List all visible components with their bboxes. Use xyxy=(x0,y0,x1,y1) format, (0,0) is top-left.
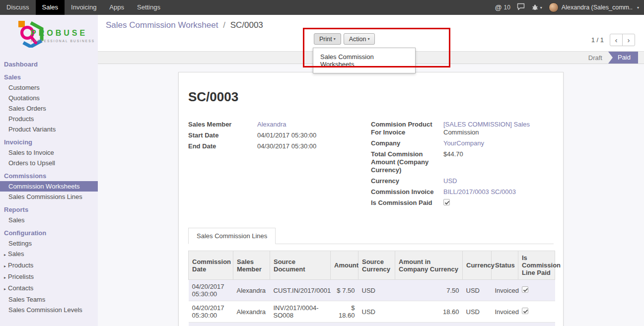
topnav-invoicing[interactable]: Invoicing xyxy=(65,0,103,15)
line-paid-checkbox[interactable] xyxy=(522,308,528,314)
sidebar-item-sales-orders[interactable]: Sales Orders xyxy=(0,103,98,114)
top-navbar: Discuss Sales Invoicing Apps Settings @ … xyxy=(0,0,644,15)
sidebar-item-customers[interactable]: Customers xyxy=(0,82,98,93)
sidebar-item-reports-sales[interactable]: Sales xyxy=(0,215,98,225)
logo-title: PROBUSE xyxy=(31,29,95,38)
pager-next-button[interactable]: › xyxy=(622,34,635,46)
col-header-amount[interactable]: Amount xyxy=(331,251,358,280)
pager-counter: 1 / 1 xyxy=(591,36,604,44)
commission-invoice-link[interactable]: BILL/2017/0003 SC/0003 xyxy=(443,188,516,196)
user-name-label: Alexandra (Sales_comm.. xyxy=(562,4,633,11)
chevron-down-icon: ▾ xyxy=(637,5,639,10)
col-header-sales-member[interactable]: Sales Member xyxy=(233,251,270,280)
sidebar-item-products[interactable]: Products xyxy=(0,114,98,124)
breadcrumb-parent-link[interactable]: Sales Commission Worksheet xyxy=(106,20,218,30)
logo-subtitle: PROFESSIONAL BUSINESS xyxy=(31,39,95,43)
chevron-down-icon: ▾ xyxy=(334,37,336,41)
sidebar-heading-commissions[interactable]: Commissions xyxy=(0,171,98,181)
status-draft[interactable]: Draft xyxy=(582,54,608,62)
sidebar-item-commission-worksheets[interactable]: Commission Worksheets xyxy=(0,181,98,192)
sidebar-item-sales-commission-levels[interactable]: Sales Commission Levels xyxy=(0,305,98,315)
app-logo: PROBUSE PROFESSIONAL BUSINESS xyxy=(0,15,98,57)
control-panel: Sales Commission Worksheet / SC/0003 Pri… xyxy=(98,15,644,51)
chevron-down-icon: ▾ xyxy=(540,5,542,10)
field-end-date: End Date 04/30/2017 05:30:00 xyxy=(188,142,371,150)
expand-arrow-icon: ▸ xyxy=(4,275,6,280)
company-link[interactable]: YourCompany xyxy=(443,139,484,147)
action-button[interactable]: Action ▾ xyxy=(344,33,375,45)
sidebar-menu: Dashboard Sales Customers Quotations Sal… xyxy=(0,59,98,315)
menu-item-sales-commission-worksheets[interactable]: Sales Commission Worksheets xyxy=(313,50,415,71)
sidebar-heading-invoicing[interactable]: Invoicing xyxy=(0,137,98,147)
chevron-down-icon: ▾ xyxy=(367,37,369,41)
currency-link[interactable]: USD xyxy=(443,177,457,185)
expand-arrow-icon: ▸ xyxy=(4,253,6,257)
sidebar-item-config-sales[interactable]: ▸Sales xyxy=(0,249,98,260)
topnav-sales[interactable]: Sales xyxy=(36,0,65,15)
line-paid-checkbox[interactable] xyxy=(522,286,528,293)
chat-icon[interactable] xyxy=(517,3,525,12)
form-view: SC/0003 Sales Member Alexandra Start Dat… xyxy=(98,64,644,326)
status-paid-badge[interactable]: Paid xyxy=(608,52,638,64)
expand-arrow-icon: ▸ xyxy=(4,287,6,291)
breadcrumb: Sales Commission Worksheet / SC/0003 xyxy=(106,20,263,30)
sidebar-heading-dashboard[interactable]: Dashboard xyxy=(0,59,98,69)
is-commission-paid-checkbox[interactable] xyxy=(443,199,450,205)
field-is-commission-paid: Is Commission Paid xyxy=(371,199,554,207)
breadcrumb-current: SC/0003 xyxy=(230,20,263,30)
sidebar-heading-reports[interactable]: Reports xyxy=(0,204,98,215)
field-company: Company YourCompany xyxy=(371,139,554,147)
avatar xyxy=(549,2,559,12)
field-start-date: Start Date 04/01/2017 05:30:00 xyxy=(188,131,371,139)
topnav-discuss[interactable]: Discuss xyxy=(0,0,36,15)
sales-member-link[interactable]: Alexandra xyxy=(257,121,286,128)
col-header-currency[interactable]: Currency xyxy=(463,251,492,280)
top-menus: Discuss Sales Invoicing Apps Settings xyxy=(0,0,167,15)
col-header-status[interactable]: Status xyxy=(492,251,518,280)
col-header-source-document[interactable]: Source Document xyxy=(270,251,331,280)
sidebar-heading-configuration[interactable]: Configuration xyxy=(0,228,98,238)
topnav-settings[interactable]: Settings xyxy=(131,0,167,15)
table-header-row: Commission Date Sales Member Source Docu… xyxy=(189,251,555,280)
pager-previous-button[interactable]: ‹ xyxy=(610,34,623,46)
systray: @ 10 ▾ Alexandra (Sales_comm.. ▾ xyxy=(495,0,644,15)
expand-arrow-icon: ▸ xyxy=(4,264,6,268)
table-row[interactable]: 04/20/2017 05:30:00 Alexandra INV/2017/0… xyxy=(189,301,555,323)
sidebar-item-config-contacts[interactable]: ▸Contacts xyxy=(0,283,98,294)
table-row[interactable]: 04/20/2017 05:30:00 Alexandra CUST.IN/20… xyxy=(189,280,555,301)
sidebar-heading-sales[interactable]: Sales xyxy=(0,72,98,82)
sidebar-item-orders-to-upsell[interactable]: Orders to Upsell xyxy=(0,158,98,168)
commission-product-link[interactable]: [SALES COMMISSION] Sales xyxy=(443,121,530,128)
table-row[interactable]: 04/20/2017 10:35:53 Alexandra SO008 $ 18… xyxy=(189,323,555,326)
message-count-badge: 10 xyxy=(503,4,510,11)
sidebar-item-sales-commissions-lines[interactable]: Sales Commissions Lines xyxy=(0,192,98,202)
topnav-apps[interactable]: Apps xyxy=(103,0,131,15)
field-currency: Currency USD xyxy=(371,177,554,185)
sidebar-item-sales-to-invoice[interactable]: Sales to Invoice xyxy=(0,147,98,158)
sidebar-item-config-products[interactable]: ▸Products xyxy=(0,260,98,271)
commission-lines-table: Commission Date Sales Member Source Docu… xyxy=(188,251,555,326)
record-title: SC/0003 xyxy=(188,89,554,105)
print-button[interactable]: Print ▾ xyxy=(314,33,341,45)
field-sales-member: Sales Member Alexandra xyxy=(188,121,371,129)
pager: 1 / 1 ‹ › xyxy=(591,34,635,46)
sidebar: PROBUSE PROFESSIONAL BUSINESS Dashboard … xyxy=(0,15,98,326)
bug-icon[interactable]: ▾ xyxy=(531,4,542,11)
sidebar-item-quotations[interactable]: Quotations xyxy=(0,93,98,103)
field-commission-invoice: Commission Invoice BILL/2017/0003 SC/000… xyxy=(371,188,554,196)
tab-sales-commission-lines[interactable]: Sales Commission Lines xyxy=(188,228,276,244)
sidebar-item-sales-teams[interactable]: Sales Teams xyxy=(0,294,98,305)
field-commission-product: Commision Product For Invoice [SALES COM… xyxy=(371,121,554,136)
col-header-amount-company-currency[interactable]: Amount in Company Currency xyxy=(395,251,463,280)
col-header-commission-date[interactable]: Commission Date xyxy=(189,251,233,280)
sidebar-item-product-variants[interactable]: Product Variants xyxy=(0,124,98,134)
col-header-is-commission-line-paid[interactable]: Is Commission Line Paid xyxy=(518,251,555,280)
sidebar-item-config-pricelists[interactable]: ▸Pricelists xyxy=(0,271,98,283)
col-header-source-currency[interactable]: Source Currency xyxy=(358,251,395,280)
user-menu[interactable]: Alexandra (Sales_comm.. ▾ xyxy=(549,2,639,12)
messages-menu[interactable]: @ 10 xyxy=(495,3,510,11)
print-dropdown-menu: Sales Commission Worksheets xyxy=(313,48,416,73)
field-total-commission: Total Commision Amount (Company Currency… xyxy=(371,150,554,174)
sidebar-item-settings[interactable]: Settings xyxy=(0,238,98,249)
breadcrumb-separator: / xyxy=(223,20,225,30)
